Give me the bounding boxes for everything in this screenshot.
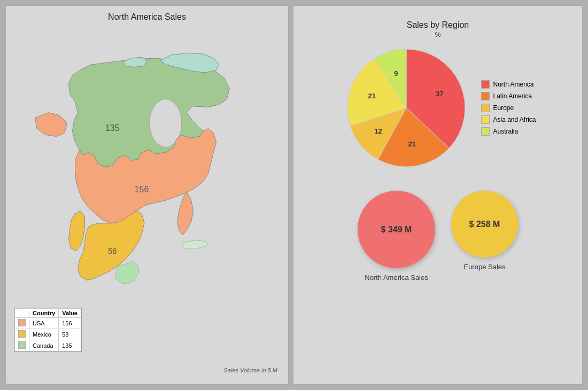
pie-label-latin-america: 21 xyxy=(408,140,416,148)
pie-chart: 372112219 xyxy=(339,41,473,175)
canada-label: 135 xyxy=(105,124,120,133)
bubble-north-america-label: North America Sales xyxy=(365,274,428,282)
pie-legend: North America Latin America Europe Asia … xyxy=(481,80,536,136)
legend-row: Canada 135 xyxy=(15,340,81,352)
pie-label-australia: 9 xyxy=(394,69,398,77)
legend-row: Mexico 58 xyxy=(15,329,81,340)
pie-legend-item-north-america: North America xyxy=(481,80,536,89)
legend-color-cell xyxy=(15,318,29,329)
legend-value-cell: 156 xyxy=(59,318,81,329)
right-panel-title: Sales by Region xyxy=(407,20,469,30)
map-container: 135 156 xyxy=(6,22,288,384)
pie-legend-color xyxy=(481,104,490,112)
bubbles-section: $ 349 M North America Sales $ 258 M Euro… xyxy=(358,191,518,282)
pie-legend-item-australia: Australia xyxy=(481,127,536,136)
pie-legend-color xyxy=(481,127,490,136)
legend-value-cell: 135 xyxy=(59,340,81,352)
bubble-item-north-america: $ 349 M North America Sales xyxy=(358,191,435,282)
pie-label-asia-and-africa: 21 xyxy=(368,92,376,100)
left-panel-title: North America Sales xyxy=(108,12,186,22)
pie-legend-label: Europe xyxy=(493,104,514,112)
pie-legend-item-latin-america: Latin America xyxy=(481,92,536,100)
bubble-europe-label: Europe Sales xyxy=(463,263,505,271)
pie-legend-item-europe: Europe xyxy=(481,104,536,112)
pie-legend-color xyxy=(481,80,490,89)
usa-label: 156 xyxy=(135,185,149,194)
pie-legend-label: North America xyxy=(493,81,533,88)
mexico-shape: 58 xyxy=(69,211,144,284)
legend-color-cell xyxy=(15,340,29,352)
pie-legend-label: Latin America xyxy=(493,92,532,100)
map-subtitle: Sales Volume in $ M xyxy=(224,367,277,373)
bubble-europe: $ 258 M xyxy=(451,191,518,258)
legend-header-country: Country xyxy=(29,309,59,318)
legend-country-cell: Mexico xyxy=(29,329,59,340)
pie-legend-color xyxy=(481,115,490,124)
pie-label-north-america: 37 xyxy=(436,90,444,98)
pie-subtitle: % xyxy=(435,31,441,38)
left-panel: North America Sales 135 xyxy=(5,5,289,385)
legend-table: Country Value USA 156 Mexico 58 Canada 1… xyxy=(14,308,82,352)
pie-legend-label: Australia xyxy=(493,128,518,135)
bubble-europe-value: $ 258 M xyxy=(469,220,500,229)
legend-color-cell xyxy=(15,329,29,340)
bubble-item-europe: $ 258 M Europe Sales xyxy=(451,191,518,271)
right-panel: Sales by Region % 372112219 North Americ… xyxy=(293,5,583,385)
bubble-north-america: $ 349 M xyxy=(358,191,435,268)
pie-legend-color xyxy=(481,92,490,100)
pie-legend-item-asia-and-africa: Asia and Africa xyxy=(481,115,536,124)
legend-country-cell: Canada xyxy=(29,340,59,352)
bubble-north-america-value: $ 349 M xyxy=(381,225,412,235)
main-container: North America Sales 135 xyxy=(5,5,583,385)
legend-country-cell: USA xyxy=(29,318,59,329)
pie-label-europe: 12 xyxy=(375,127,382,135)
legend-value-cell: 58 xyxy=(59,329,81,340)
pie-and-legend: 372112219 North America Latin America Eu… xyxy=(339,41,536,175)
mexico-label: 58 xyxy=(108,246,117,255)
legend-header-color xyxy=(15,309,29,318)
pie-legend-label: Asia and Africa xyxy=(493,116,536,123)
legend-row: USA 156 xyxy=(15,318,81,329)
legend-header-value: Value xyxy=(59,309,81,318)
